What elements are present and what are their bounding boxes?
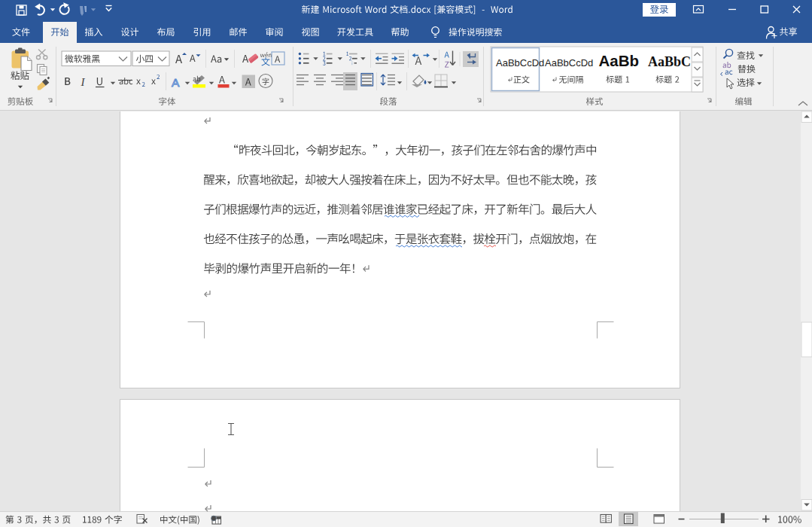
svg-text:I: I: [81, 76, 86, 88]
svg-text:AaBb: AaBb: [599, 52, 640, 69]
svg-text:AaBbCcDd: AaBbCcDd: [545, 57, 593, 69]
svg-text:AaBbCcDd: AaBbCcDd: [496, 57, 544, 69]
svg-text:A: A: [172, 76, 180, 89]
svg-text:AaBbC: AaBbC: [648, 54, 691, 69]
